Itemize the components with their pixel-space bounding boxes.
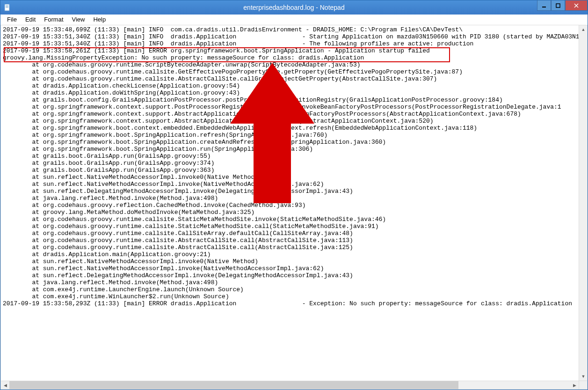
window-title: enterprisedashboard.log - Notepad — [243, 4, 344, 11]
scroll-down-button[interactable]: ▼ — [579, 372, 588, 381]
app-icon — [3, 3, 12, 12]
close-button[interactable] — [565, 0, 588, 11]
menu-format[interactable]: Format — [40, 15, 67, 24]
scroll-right-button[interactable]: ▶ — [570, 381, 579, 390]
window-controls — [537, 0, 588, 11]
maximize-button[interactable] — [551, 0, 565, 11]
title-bar[interactable]: enterprisedashboard.log - Notepad — [0, 0, 588, 15]
text-content[interactable]: 2017-09-19 15:33:48,699Z (11:33) [main] … — [1, 25, 579, 381]
scrollbar-corner — [579, 381, 587, 389]
vertical-scrollbar[interactable]: ▲ ▼ — [579, 25, 587, 381]
horizontal-scroll-thumb[interactable] — [9, 381, 458, 390]
notepad-window: enterprisedashboard.log - Notepad File E… — [0, 0, 588, 390]
minimize-button[interactable] — [537, 0, 551, 11]
svg-rect-5 — [556, 4, 560, 7]
editor-area: 2017-09-19 15:33:48,699Z (11:33) [main] … — [0, 25, 588, 390]
scroll-left-button[interactable]: ◀ — [1, 381, 9, 390]
menu-edit[interactable]: Edit — [22, 15, 39, 24]
menu-file[interactable]: File — [3, 15, 21, 24]
scroll-up-button[interactable]: ▲ — [579, 25, 588, 34]
menu-help[interactable]: Help — [89, 15, 109, 24]
menu-view[interactable]: View — [68, 15, 89, 24]
horizontal-scrollbar[interactable]: ◀ ▶ — [1, 381, 579, 389]
menu-bar: File Edit Format View Help — [0, 15, 588, 25]
